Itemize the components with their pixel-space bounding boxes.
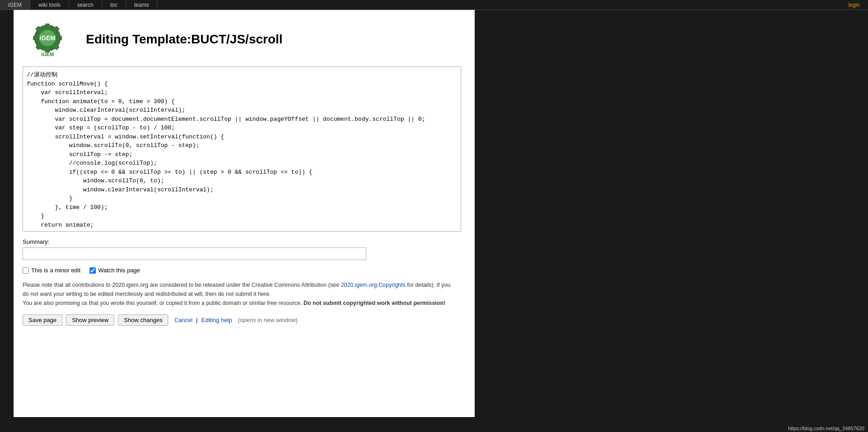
minor-edit-label: This is a minor edit [31,267,80,274]
nav-toc[interactable]: toc [102,0,126,9]
buttons-row: Save page Show preview Show changes Canc… [23,314,466,326]
svg-rect-4 [33,36,38,40]
top-nav-bar: iGEM wiki tools search toc teams login [0,0,868,10]
opens-in-window-text: (opens in new window) [238,317,297,323]
main-content: iGEM iGEM Editing Template:BUCT/JS/scrol… [14,10,475,417]
save-page-button[interactable]: Save page [23,314,62,326]
watch-label: Watch this page [98,267,140,274]
statusbar: https://blog.csdn.net/qq_34857620 [784,425,868,432]
logo-container: iGEM iGEM [23,19,72,60]
show-changes-button[interactable]: Show changes [118,314,168,326]
code-editor[interactable] [23,67,461,231]
checkboxes-row: This is a minor edit Watch this page [23,267,466,274]
watch-checkbox[interactable] [90,267,96,274]
svg-rect-2 [45,24,50,28]
notice-line2: You are also promising us that you wrote… [23,299,457,308]
show-preview-button[interactable]: Show preview [66,314,114,326]
editor-container [23,66,461,232]
cancel-link[interactable]: Cancel [174,317,192,323]
notice-line1: Please note that all contributions to 20… [23,280,457,299]
copyrights-link[interactable]: 2020.igem.org:Copyrights [341,282,406,288]
svg-text:iGEM: iGEM [41,52,54,57]
nav-login[interactable]: login [840,2,868,8]
summary-input[interactable] [23,247,366,260]
svg-rect-5 [57,36,62,40]
summary-section: Summary: [23,238,466,260]
notice-line1-pre: Please note that all contributions to 20… [23,282,341,288]
minor-edit-checkbox[interactable] [23,267,29,274]
editing-help-link[interactable]: Editing help [201,317,232,323]
notice-line2-pre: You are also promising us that you wrote… [23,300,302,306]
watch-page-item: Watch this page [90,267,140,274]
page-header: iGEM iGEM Editing Template:BUCT/JS/scrol… [23,19,466,60]
igem-logo: iGEM iGEM [23,19,72,60]
nav-wiki-tools[interactable]: wiki tools [30,0,69,9]
minor-edit-item: This is a minor edit [23,267,80,274]
summary-label: Summary: [23,238,466,245]
nav-teams[interactable]: teams [126,0,158,9]
page-title: Editing Template:BUCT/JS/scroll [86,32,283,47]
notice-text: Please note that all contributions to 20… [23,280,457,308]
notice-bold: Do not submit copyrighted work without p… [302,300,445,306]
pipe-separator: | [196,317,198,323]
nav-search[interactable]: search [69,0,102,9]
nav-igem[interactable]: iGEM [0,0,30,9]
svg-text:iGEM: iGEM [39,34,56,42]
